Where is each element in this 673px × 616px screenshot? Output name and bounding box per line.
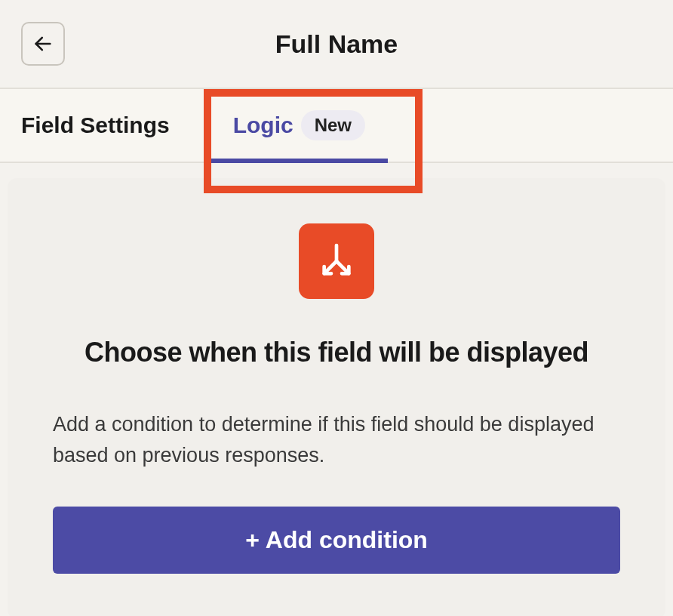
svg-line-3 (336, 261, 349, 273)
tab-label: Field Settings (21, 112, 170, 138)
page-title: Full Name (275, 29, 398, 59)
tab-logic[interactable]: Logic New (211, 89, 388, 162)
tab-field-settings[interactable]: Field Settings (21, 89, 170, 162)
back-button[interactable] (21, 22, 65, 66)
tabs: Field Settings Logic New (0, 89, 673, 163)
branch-merge-icon (315, 240, 358, 282)
card-description: Add a condition to determine if this fie… (53, 409, 620, 470)
new-badge: New (301, 110, 365, 140)
tab-underline (211, 159, 388, 163)
arrow-left-icon (32, 33, 54, 54)
card-title: Choose when this field will be displayed (85, 337, 588, 368)
header: Full Name (0, 0, 673, 88)
tabs-wrapper: Field Settings Logic New (0, 89, 673, 163)
svg-line-2 (324, 261, 336, 273)
logic-card: Choose when this field will be displayed… (8, 178, 665, 616)
button-label: Add condition (266, 526, 428, 554)
tab-label: Logic (233, 112, 293, 138)
content: Choose when this field will be displayed… (0, 163, 673, 616)
add-condition-button[interactable]: + Add condition (53, 507, 620, 574)
plus-icon: + (245, 526, 260, 554)
logic-icon-badge (299, 223, 374, 299)
